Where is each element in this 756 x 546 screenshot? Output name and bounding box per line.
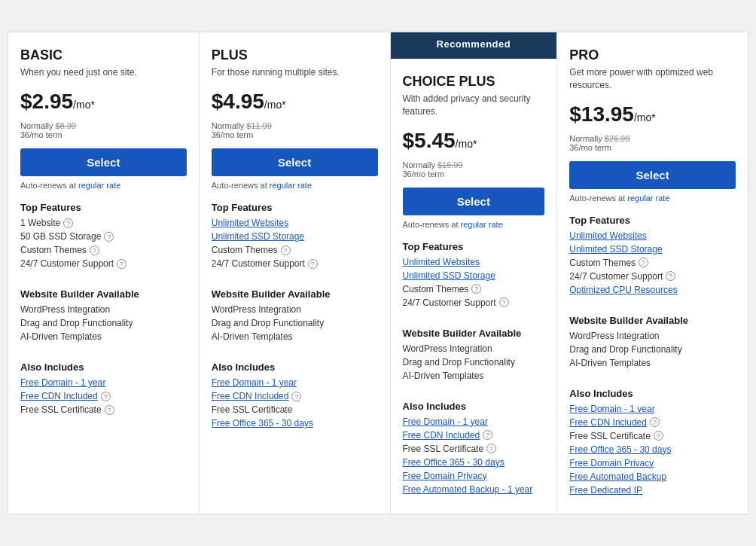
builder-feature-text: WordPress Integration	[569, 331, 659, 341]
builder-feature-text: Drag and Drop Functionality	[212, 318, 324, 328]
feature-text: 50 GB SSD Storage	[20, 231, 101, 242]
info-icon[interactable]: ?	[654, 431, 663, 441]
feature-link[interactable]: Unlimited SSD Storage	[569, 244, 662, 255]
info-icon[interactable]: ?	[639, 258, 648, 267]
builder-feature-item: WordPress Integration	[569, 331, 736, 341]
select-button-plus[interactable]: Select	[212, 148, 378, 176]
also-feature-item: Free Automated Backup - 1 year	[403, 484, 545, 495]
also-feature-link[interactable]: Free Domain Privacy	[569, 458, 654, 468]
builder-feature-text: WordPress Integration	[20, 304, 110, 315]
regular-rate-link[interactable]: regular rate	[270, 181, 312, 190]
info-icon[interactable]: ?	[63, 218, 73, 228]
feature-text: 24/7 Customer Support	[20, 258, 114, 269]
also-feature-link[interactable]: Free Domain - 1 year	[212, 377, 297, 388]
also-feature-link[interactable]: Free CDN Included	[212, 391, 289, 401]
also-feature-item: Free Dedicated IP	[569, 485, 736, 496]
info-icon[interactable]: ?	[471, 284, 481, 294]
regular-rate-link[interactable]: regular rate	[627, 194, 669, 203]
feature-link[interactable]: Unlimited Websites	[569, 230, 646, 241]
price-row: $4.95/mo*	[212, 90, 378, 114]
auto-renew-text: Auto-renews at regular rate	[20, 181, 187, 190]
also-feature-item: Free CDN Included?	[212, 391, 378, 401]
price-normal: Normally $8.99	[20, 121, 187, 130]
also-feature-link[interactable]: Free Domain - 1 year	[569, 404, 654, 414]
info-icon[interactable]: ?	[101, 392, 111, 401]
builder-feature-text: AI-Driven Templates	[212, 331, 293, 342]
also-feature-link[interactable]: Free CDN Included	[569, 417, 647, 428]
auto-renew-text: Auto-renews at regular rate	[403, 220, 545, 229]
info-icon[interactable]: ?	[650, 417, 660, 427]
builder-feature-item: WordPress Integration	[403, 343, 545, 354]
plan-col-basic: BASICWhen you need just one site.$2.95/m…	[8, 32, 200, 514]
price-main: $5.45	[403, 129, 456, 152]
feature-item: Custom Themes?	[403, 284, 545, 294]
price-main: $13.95	[569, 102, 634, 126]
feature-link[interactable]: Optimized CPU Resources	[569, 285, 677, 295]
feature-text: Custom Themes	[212, 245, 278, 255]
info-icon[interactable]: ?	[104, 232, 114, 242]
recommended-banner: Recommended	[391, 32, 557, 56]
builder-feature-item: AI-Driven Templates	[20, 331, 187, 342]
price-term: 36/mo term	[20, 130, 187, 139]
also-feature-item: Free SSL Certificate	[212, 404, 378, 415]
top-features-title: Top Features	[212, 202, 378, 213]
also-feature-link[interactable]: Free Office 365 - 30 days	[403, 457, 505, 468]
also-feature-link[interactable]: Free Dedicated IP	[569, 485, 642, 496]
plan-name: PRO	[569, 47, 736, 63]
info-icon[interactable]: ?	[486, 444, 496, 453]
builder-feature-item: WordPress Integration	[20, 304, 187, 315]
select-button-choice-plus[interactable]: Select	[403, 188, 545, 215]
also-feature-link[interactable]: Free CDN Included	[20, 391, 98, 401]
info-icon[interactable]: ?	[117, 259, 127, 269]
feature-link[interactable]: Unlimited Websites	[403, 257, 480, 267]
feature-item: Custom Themes?	[569, 258, 736, 268]
price-suffix: /mo*	[73, 99, 95, 111]
builder-title: Website Builder Available	[569, 315, 736, 326]
info-icon[interactable]: ?	[291, 392, 301, 401]
select-button-basic[interactable]: Select	[20, 148, 187, 176]
builder-feature-text: AI-Driven Templates	[569, 358, 651, 368]
auto-renew-text: Auto-renews at regular rate	[569, 194, 736, 203]
info-icon[interactable]: ?	[499, 297, 509, 307]
feature-link[interactable]: Unlimited Websites	[212, 218, 288, 228]
feature-item: Custom Themes?	[20, 245, 187, 255]
also-feature-text: Free SSL Certificate	[20, 404, 102, 415]
also-feature-link[interactable]: Free Office 365 - 30 days	[212, 418, 313, 429]
also-feature-item: Free Office 365 - 30 days	[569, 444, 736, 455]
feature-link[interactable]: Unlimited SSD Storage	[212, 231, 304, 242]
price-row: $5.45/mo*	[403, 129, 545, 153]
also-feature-item: Free Domain - 1 year	[569, 404, 736, 414]
price-suffix: /mo*	[456, 138, 477, 150]
also-feature-link[interactable]: Free Office 365 - 30 days	[569, 444, 671, 455]
also-includes-title: Also Includes	[20, 361, 187, 373]
info-icon[interactable]: ?	[281, 246, 291, 255]
also-feature-link[interactable]: Free CDN Included	[403, 430, 480, 441]
plan-col-plus: PLUSFor those running multiple sites.$4.…	[200, 32, 391, 514]
also-feature-link[interactable]: Free Domain - 1 year	[20, 377, 105, 388]
info-icon[interactable]: ?	[105, 405, 114, 415]
regular-rate-link[interactable]: regular rate	[78, 181, 120, 190]
feature-link[interactable]: Unlimited SSD Storage	[403, 270, 495, 281]
feature-item: Unlimited SSD Storage	[569, 244, 736, 255]
info-icon[interactable]: ?	[666, 271, 675, 281]
builder-feature-item: Drag and Drop Functionality	[569, 344, 736, 355]
info-icon[interactable]: ?	[308, 259, 318, 269]
plans-container: BASICWhen you need just one site.$2.95/m…	[8, 32, 748, 514]
also-feature-link[interactable]: Free Automated Backup - 1 year	[403, 484, 533, 495]
builder-feature-item: AI-Driven Templates	[212, 331, 378, 342]
feature-text: Custom Themes	[403, 284, 469, 294]
also-feature-link[interactable]: Free Domain - 1 year	[403, 416, 488, 427]
info-icon[interactable]: ?	[90, 246, 99, 255]
select-button-pro[interactable]: Select	[569, 161, 736, 189]
regular-rate-link[interactable]: regular rate	[461, 220, 503, 229]
plan-tagline: With added privacy and security features…	[403, 93, 545, 118]
feature-item: Unlimited Websites	[212, 218, 378, 228]
also-feature-link[interactable]: Free Automated Backup	[569, 471, 666, 482]
recommended-col-wrapper: RecommendedCHOICE PLUSWith added privacy…	[391, 32, 558, 514]
info-icon[interactable]: ?	[483, 430, 492, 440]
builder-feature-text: AI-Driven Templates	[403, 371, 484, 381]
price-row: $13.95/mo*	[569, 102, 736, 127]
feature-item: 50 GB SSD Storage?	[20, 231, 187, 242]
also-feature-link[interactable]: Free Domain Privacy	[403, 471, 487, 481]
feature-text: Custom Themes	[569, 258, 636, 268]
